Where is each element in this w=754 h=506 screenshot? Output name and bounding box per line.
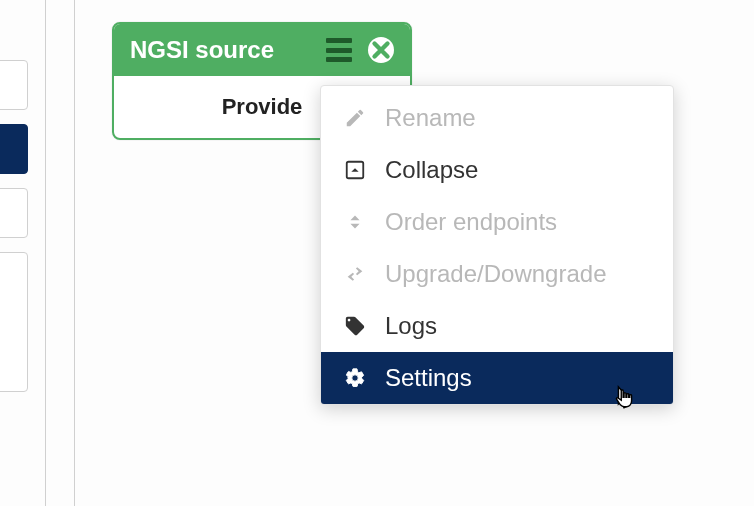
gear-icon (343, 366, 367, 390)
widget-header[interactable]: NGSI source (114, 24, 410, 76)
widget-title: NGSI source (130, 36, 326, 64)
menu-item-label: Settings (385, 364, 472, 392)
sort-icon (343, 210, 367, 234)
hamburger-icon[interactable] (326, 38, 352, 62)
menu-item-label: Order endpoints (385, 208, 557, 236)
menu-item-label: Upgrade/Downgrade (385, 260, 606, 288)
menu-item-upgrade-downgrade: Upgrade/Downgrade (321, 248, 673, 300)
menu-item-label: Collapse (385, 156, 478, 184)
tag-icon (343, 314, 367, 338)
context-menu: Rename Collapse Order endpoints Upgrade/… (320, 85, 674, 405)
menu-item-label: Rename (385, 104, 476, 132)
menu-item-order-endpoints: Order endpoints (321, 196, 673, 248)
exchange-icon (343, 262, 367, 286)
collapse-icon (343, 158, 367, 182)
stub-panel (0, 252, 28, 392)
stub-panel (0, 188, 28, 238)
pencil-icon (343, 106, 367, 130)
menu-item-settings[interactable]: Settings (321, 352, 673, 404)
stub-panel (0, 60, 28, 110)
menu-item-rename: Rename (321, 92, 673, 144)
stub-panel-active (0, 124, 28, 174)
close-icon[interactable] (368, 37, 394, 63)
menu-item-logs[interactable]: Logs (321, 300, 673, 352)
left-panel-stubs (0, 60, 28, 406)
panel-divider (74, 0, 75, 506)
panel-divider (45, 0, 46, 506)
menu-item-collapse[interactable]: Collapse (321, 144, 673, 196)
menu-item-label: Logs (385, 312, 437, 340)
